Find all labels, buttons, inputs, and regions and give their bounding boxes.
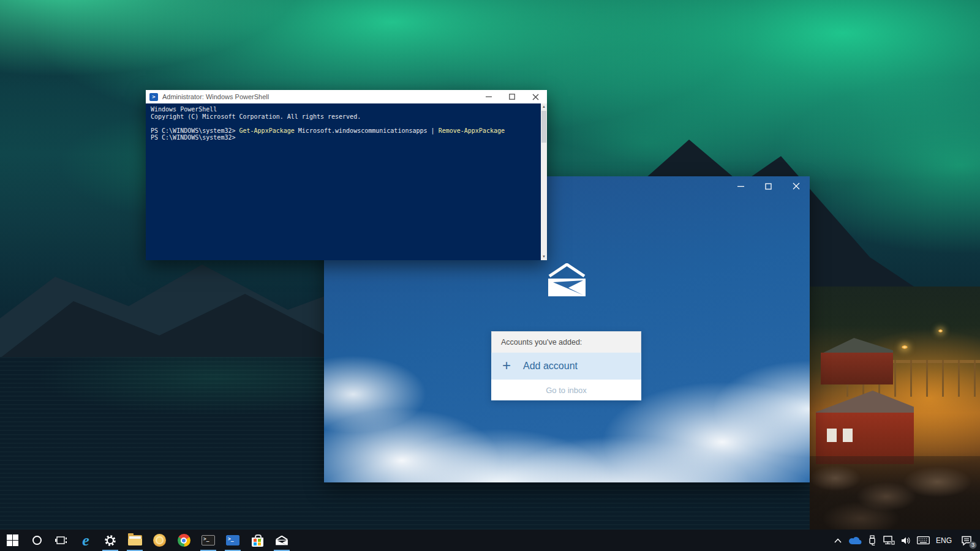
- tray-touch-keyboard[interactable]: [915, 530, 932, 551]
- chevron-up-icon: [834, 538, 842, 543]
- console-command-line: PS C:\WINDOWS\system32> Get-AppxPackage …: [151, 127, 541, 135]
- cortana-circle-icon: [32, 536, 42, 545]
- edge-icon: e: [82, 533, 89, 549]
- taskbar-mail[interactable]: [270, 530, 294, 551]
- mail-window-controls: [727, 176, 810, 196]
- taskbar-powershell[interactable]: >_: [221, 530, 245, 551]
- taskbar-cortana[interactable]: [24, 530, 49, 551]
- command-prompt-icon: >_: [202, 535, 215, 545]
- plus-icon: +: [502, 358, 511, 373]
- taskbar-edge[interactable]: e: [74, 530, 98, 551]
- powershell-window-title: Administrator: Windows PowerShell: [162, 93, 269, 100]
- file-explorer-icon: [128, 535, 142, 545]
- tray-action-center[interactable]: 3: [956, 530, 978, 551]
- onedrive-cloud-icon: [848, 536, 862, 545]
- gold-circle-icon: [153, 534, 166, 547]
- tray-hidden-icons-chevron[interactable]: [829, 530, 846, 551]
- usb-device-icon: [869, 535, 876, 545]
- scroll-down-arrow-icon[interactable]: ▼: [541, 253, 547, 260]
- taskbar-chrome[interactable]: [172, 530, 196, 551]
- taskbar-settings[interactable]: [98, 530, 123, 551]
- powershell-close-button[interactable]: [524, 90, 547, 103]
- console-prompt: PS C:\WINDOWS\system32>: [151, 134, 541, 141]
- speaker-icon: [901, 536, 911, 545]
- scroll-up-arrow-icon[interactable]: ▲: [541, 103, 547, 110]
- powershell-maximize-button[interactable]: [500, 90, 524, 103]
- taskbar-start[interactable]: [0, 530, 24, 551]
- language-label: ENG: [932, 536, 956, 545]
- tray-language[interactable]: ENG: [932, 530, 956, 551]
- taskbar-command-prompt[interactable]: >_: [196, 530, 221, 551]
- powershell-scrollbar[interactable]: ▲ ▼: [541, 103, 547, 260]
- command-get-appxpackage: Get-AppxPackage: [239, 127, 295, 134]
- console-line: Windows PowerShell: [151, 106, 541, 113]
- powershell-minimize-button[interactable]: [477, 90, 500, 103]
- powershell-icon: >: [149, 93, 158, 101]
- taskbar-file-explorer[interactable]: [123, 530, 147, 551]
- mail-minimize-button[interactable]: [727, 176, 755, 196]
- taskbar-task-view[interactable]: [49, 530, 74, 551]
- add-account-label: Add account: [523, 361, 578, 372]
- village-light: [938, 329, 943, 332]
- task-view-icon: [55, 536, 67, 545]
- red-cabin-upper: [821, 338, 893, 384]
- powershell-console[interactable]: Windows PowerShell Copyright (C) Microso…: [146, 103, 541, 260]
- scrollbar-thumb[interactable]: [541, 111, 546, 143]
- network-icon: [883, 536, 895, 545]
- mail-icon: [275, 536, 288, 545]
- go-to-inbox-button[interactable]: Go to inbox: [491, 380, 641, 400]
- powershell-taskbar-icon: >_: [226, 535, 239, 545]
- village-light: [902, 345, 908, 349]
- go-to-inbox-label: Go to inbox: [546, 386, 587, 395]
- console-line: [151, 120, 541, 127]
- keyboard-icon: [917, 536, 930, 544]
- powershell-window: > Administrator: Windows PowerShell Wind…: [146, 90, 547, 260]
- shore-rocks: [810, 456, 980, 530]
- windows-logo-icon: [7, 534, 18, 546]
- settings-gear-icon: [104, 534, 116, 547]
- add-account-button[interactable]: + Add account: [491, 353, 641, 380]
- console-line: Copyright (C) Microsoft Corporation. All…: [151, 113, 541, 121]
- accounts-panel: Accounts you've added: + Add account Go …: [491, 331, 641, 400]
- taskbar-gold-circle-app[interactable]: [147, 530, 172, 551]
- taskbar: e >_: [0, 530, 980, 551]
- red-cabin-foreground: [816, 391, 914, 464]
- tray-volume[interactable]: [898, 530, 915, 551]
- notification-badge: 3: [969, 541, 977, 549]
- desktop: Accounts you've added: + Add account Go …: [0, 0, 980, 551]
- mail-close-button[interactable]: [782, 176, 810, 196]
- wallpaper-village: [810, 287, 980, 530]
- accounts-header-label: Accounts you've added:: [501, 338, 582, 347]
- tray-usb[interactable]: [864, 530, 881, 551]
- tray-network[interactable]: [881, 530, 898, 551]
- taskbar-store[interactable]: [245, 530, 270, 551]
- mail-maximize-button[interactable]: [755, 176, 782, 196]
- accounts-header: Accounts you've added:: [491, 331, 641, 353]
- powershell-titlebar[interactable]: > Administrator: Windows PowerShell: [146, 90, 547, 103]
- tray-onedrive[interactable]: [846, 530, 864, 551]
- microsoft-store-icon: [252, 538, 263, 547]
- chrome-icon: [178, 534, 190, 547]
- command-remove-appxpackage: Remove-AppxPackage: [439, 127, 505, 134]
- mail-envelope-logo: [547, 263, 587, 296]
